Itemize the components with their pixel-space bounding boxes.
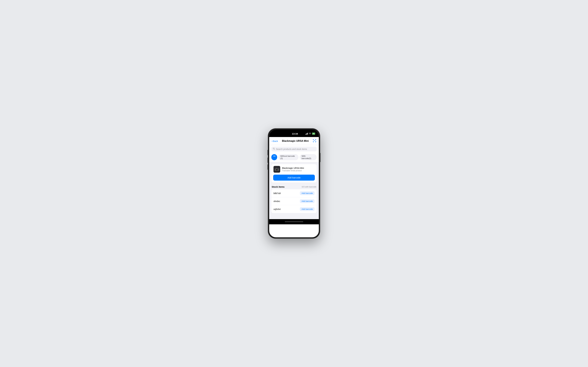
status-bar: 13:34 xyxy=(269,130,319,137)
search-icon xyxy=(273,148,275,150)
status-time: 13:34 xyxy=(292,133,298,135)
battery-icon: 45 xyxy=(312,133,315,135)
notch-spacer xyxy=(273,131,291,136)
svg-rect-6 xyxy=(276,168,277,168)
product-card: Blackmagic URSA Mini Trackable rental pr… xyxy=(271,164,317,183)
back-button[interactable]: ‹ Back xyxy=(272,140,278,142)
back-label: Back xyxy=(273,140,278,142)
stock-item-1: b8b7a9 Add barcode xyxy=(271,189,317,197)
product-info: Blackmagic URSA Mini Trackable rental pr… xyxy=(282,167,314,172)
tab-with-barcode[interactable]: With barcode(0) xyxy=(300,154,317,160)
stock-header: Stock items 0/3 with barcode xyxy=(271,185,317,189)
stock-section: Stock items 0/3 with barcode b8b7a9 Add … xyxy=(271,185,317,213)
stock-item-id-3: vq5nh4 xyxy=(274,208,281,210)
stock-item-2: vlmdxc Add barcode xyxy=(271,197,317,205)
add-barcode-item-1-button[interactable]: Add barcode xyxy=(300,191,314,195)
navigation-bar: ‹ Back Blackmagic URSA Mini xyxy=(269,137,319,145)
scan-icon xyxy=(313,139,316,142)
scroll-view[interactable]: Search products and stock items All With… xyxy=(269,145,319,219)
chevron-left-icon: ‹ xyxy=(272,140,273,142)
tab-all[interactable]: All xyxy=(271,154,277,160)
svg-point-5 xyxy=(276,169,277,170)
scene: 13:34 xyxy=(265,128,323,239)
tab-without-barcode[interactable]: Without barcode (3) xyxy=(278,154,298,160)
signal-icon xyxy=(305,133,308,134)
product-name: Blackmagic URSA Mini xyxy=(282,167,314,169)
phone-screen: 13:34 xyxy=(269,130,319,237)
stock-item-id-2: vlmdxc xyxy=(274,200,280,202)
search-input[interactable]: Search products and stock items xyxy=(276,148,307,150)
camera-icon xyxy=(274,167,279,171)
svg-point-1 xyxy=(273,148,274,149)
bottom-spacer xyxy=(269,213,319,219)
add-barcode-wrapper: Add barcode xyxy=(271,175,317,183)
product-image xyxy=(274,166,280,173)
product-subtitle: Trackable rental product xyxy=(282,170,314,172)
status-icons: 45 xyxy=(305,133,315,135)
screen-content: ‹ Back Blackmagic URSA Mini xyxy=(269,137,319,224)
stock-item-id-1: b8b7a9 xyxy=(274,192,281,194)
search-box[interactable]: Search products and stock items xyxy=(271,147,317,151)
stock-count: 0/3 with barcode xyxy=(302,186,316,188)
product-row: Blackmagic URSA Mini Trackable rental pr… xyxy=(271,164,317,175)
svg-line-2 xyxy=(274,149,275,150)
add-barcode-item-2-button[interactable]: Add barcode xyxy=(300,199,314,203)
add-barcode-button[interactable]: Add barcode xyxy=(273,175,315,181)
stock-list: b8b7a9 Add barcode vlmdxc Add barcode vq… xyxy=(271,189,317,213)
filter-tabs: All Without barcode (3) With barcode(0) xyxy=(269,153,319,162)
add-barcode-item-3-button[interactable]: Add barcode xyxy=(300,207,314,211)
phone-shell: 13:34 xyxy=(268,128,320,239)
notch xyxy=(274,131,290,136)
svg-rect-7 xyxy=(278,169,279,169)
search-container: Search products and stock items xyxy=(269,145,319,153)
wifi-icon xyxy=(309,133,311,135)
scan-barcode-button[interactable] xyxy=(313,139,316,143)
page-title: Blackmagic URSA Mini xyxy=(282,140,309,142)
stock-title: Stock items xyxy=(272,185,285,188)
home-bar xyxy=(285,221,303,222)
stock-item-3: vq5nh4 Add barcode xyxy=(271,205,317,213)
home-indicator xyxy=(269,219,319,224)
